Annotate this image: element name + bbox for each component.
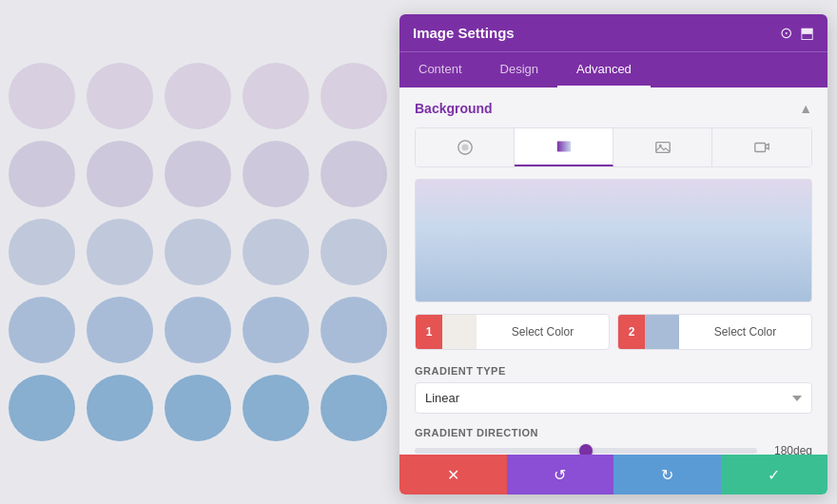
tab-bg-color[interactable]: [416, 128, 515, 166]
color-stop-badge-1: 1: [416, 315, 442, 349]
save-button[interactable]: ✓: [721, 455, 828, 494]
circle: [165, 297, 231, 363]
background-section-title: Background: [415, 101, 493, 116]
tab-bar: Content Design Advanced: [399, 51, 827, 87]
color-stop-swatch-1[interactable]: [442, 315, 477, 349]
circle: [243, 141, 309, 207]
redo-icon: ↻: [661, 466, 673, 484]
circle: [165, 219, 231, 285]
gradient-type-field: Gradient Type Linear Radial: [415, 365, 812, 414]
panel-body: Background ▲: [399, 87, 827, 455]
circle: [321, 375, 387, 441]
gradient-direction-track[interactable]: [415, 448, 757, 454]
circle: [321, 297, 387, 363]
svg-rect-2: [556, 142, 570, 152]
gradient-direction-field: Gradient Direction 180deg: [415, 427, 812, 455]
circle: [9, 297, 75, 363]
circle: [87, 297, 153, 363]
color-stop-2: 2 Select Color: [617, 314, 812, 350]
tab-content[interactable]: Content: [399, 52, 481, 87]
circles-grid: [9, 63, 387, 441]
svg-point-1: [461, 144, 468, 150]
circle: [9, 141, 75, 207]
circle: [165, 63, 231, 129]
panel-header: Image Settings ⊙ ⬒: [399, 14, 827, 51]
circle: [87, 63, 153, 129]
color-stop-badge-2: 2: [618, 315, 645, 349]
background-section-header: Background ▲: [415, 101, 812, 116]
panel-title: Image Settings: [413, 25, 515, 41]
circle: [243, 297, 309, 363]
circle: [165, 141, 231, 207]
circle: [243, 63, 309, 129]
gradient-type-select[interactable]: Linear Radial: [415, 382, 812, 414]
color-stop-label-1[interactable]: Select Color: [477, 325, 609, 339]
gradient-direction-slider-row: 180deg: [415, 444, 812, 455]
tab-advanced[interactable]: Advanced: [557, 52, 651, 87]
panel-footer: ✕ ↺ ↻ ✓: [399, 455, 827, 494]
gradient-icon: [555, 138, 573, 155]
color-stops-row: 1 Select Color 2 Select Color: [415, 314, 812, 350]
circle: [321, 141, 387, 207]
save-icon: ✓: [768, 466, 780, 484]
target-icon[interactable]: ⊙: [780, 24, 792, 42]
layout-icon[interactable]: ⬒: [800, 24, 814, 42]
circle: [87, 375, 153, 441]
settings-panel: Image Settings ⊙ ⬒ Content Design Advanc…: [399, 14, 827, 494]
reset-icon: ↺: [554, 466, 566, 484]
panel-header-icons: ⊙ ⬒: [780, 24, 814, 42]
circle: [321, 219, 387, 285]
circle: [87, 141, 153, 207]
redo-button[interactable]: ↻: [613, 455, 721, 494]
gradient-type-label: Gradient Type: [415, 365, 812, 377]
svg-rect-3: [655, 143, 669, 153]
color-stop-1: 1 Select Color: [415, 314, 610, 350]
circle: [243, 375, 309, 441]
svg-rect-5: [755, 144, 766, 152]
tab-design[interactable]: Design: [481, 52, 557, 87]
image-icon: [654, 139, 672, 156]
circle: [9, 375, 75, 441]
section-collapse-icon[interactable]: ▲: [799, 101, 812, 116]
circle: [165, 375, 231, 441]
video-icon: [753, 139, 770, 156]
tab-bg-image[interactable]: [613, 128, 712, 166]
gradient-direction-value: 180deg: [767, 444, 812, 455]
gradient-preview: [415, 179, 812, 302]
color-stop-label-2[interactable]: Select Color: [679, 325, 811, 339]
background-type-tabs: [415, 127, 812, 167]
color-swatch-icon: [457, 139, 474, 156]
circle: [321, 63, 387, 129]
tab-bg-gradient[interactable]: [515, 128, 613, 166]
gradient-direction-thumb[interactable]: [579, 444, 593, 455]
color-stop-swatch-2[interactable]: [645, 315, 679, 349]
circle: [9, 219, 75, 285]
tab-bg-video[interactable]: [712, 128, 811, 166]
gradient-direction-label: Gradient Direction: [415, 427, 812, 438]
cancel-icon: ✕: [447, 466, 459, 484]
reset-button[interactable]: ↺: [507, 455, 614, 494]
circle: [243, 219, 309, 285]
circle: [87, 219, 153, 285]
circle: [9, 63, 75, 129]
cancel-button[interactable]: ✕: [399, 455, 507, 494]
circles-area: [0, 0, 395, 504]
